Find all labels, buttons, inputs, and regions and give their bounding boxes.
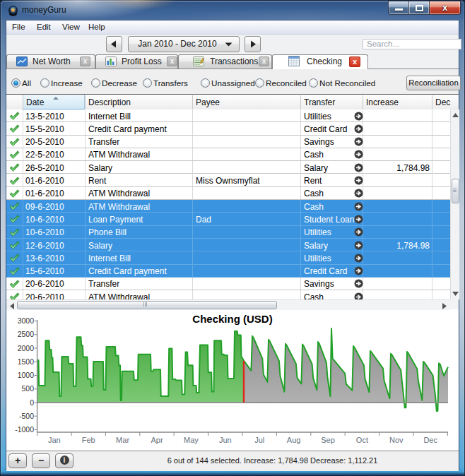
svg-text:May: May: [184, 436, 199, 444]
svg-text:Apr: Apr: [151, 436, 163, 444]
svg-text:Feb: Feb: [82, 436, 95, 444]
svg-text:Aug: Aug: [287, 436, 301, 444]
svg-text:-500: -500: [19, 412, 34, 420]
svg-text:Mar: Mar: [116, 436, 129, 444]
svg-text:Jul: Jul: [254, 436, 264, 444]
svg-text:Dec: Dec: [423, 436, 437, 444]
svg-text:0: 0: [30, 398, 34, 407]
svg-text:-1000: -1000: [15, 425, 34, 434]
svg-text:Jan: Jan: [48, 436, 61, 444]
svg-text:2000: 2000: [18, 344, 35, 352]
svg-text:1500: 1500: [18, 357, 35, 366]
svg-text:Nov: Nov: [389, 436, 404, 444]
svg-text:1000: 1000: [18, 371, 35, 379]
svg-text:Jun: Jun: [219, 436, 232, 444]
svg-text:2500: 2500: [18, 330, 35, 338]
svg-text:Oct: Oct: [356, 436, 368, 444]
svg-text:Sep: Sep: [321, 436, 335, 444]
svg-text:500: 500: [21, 384, 34, 393]
